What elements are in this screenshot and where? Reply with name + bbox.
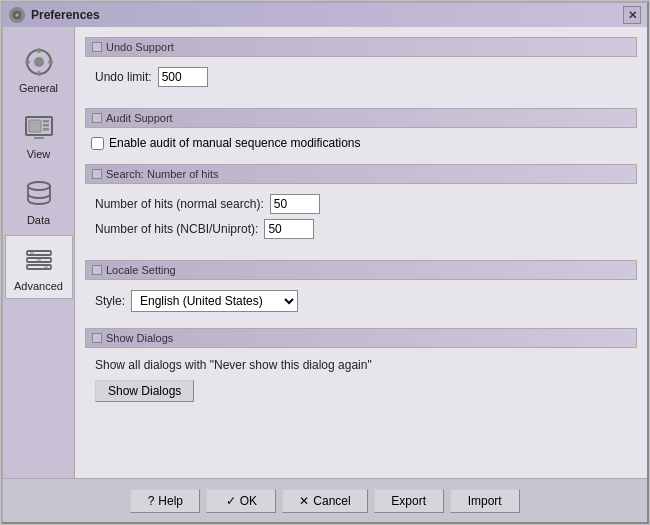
dialogs-header-label: Show Dialogs	[106, 332, 173, 344]
svg-rect-10	[43, 120, 49, 123]
svg-rect-5	[37, 71, 40, 76]
locale-header-label: Locale Setting	[106, 264, 176, 276]
dialogs-section: Show Dialogs Show all dialogs with "Neve…	[85, 328, 637, 406]
svg-rect-18	[30, 253, 34, 254]
content-area: Undo Support Undo limit: Audit Support E…	[75, 27, 647, 478]
ncbi-search-input[interactable]	[264, 219, 314, 239]
show-dialogs-button[interactable]: Show Dialogs	[95, 380, 194, 402]
locale-row: Style: English (United States) English (…	[85, 286, 637, 316]
main-content: General View	[3, 27, 647, 478]
view-icon	[21, 110, 57, 146]
sidebar-item-general[interactable]: General	[5, 37, 73, 101]
sidebar-general-label: General	[19, 82, 58, 94]
sidebar-advanced-label: Advanced	[14, 280, 63, 292]
sidebar-item-advanced[interactable]: Advanced	[5, 235, 73, 299]
ok-button[interactable]: ✓ OK	[206, 489, 276, 513]
help-button[interactable]: ? Help	[130, 489, 200, 513]
audit-checkbox-row: Enable audit of manual sequence modifica…	[85, 134, 637, 152]
audit-section: Audit Support Enable audit of manual seq…	[85, 108, 637, 152]
locale-style-label: Style:	[95, 294, 125, 308]
search-section: Search: Number of hits Number of hits (n…	[85, 164, 637, 248]
undo-limit-row: Undo limit:	[95, 67, 627, 87]
cancel-button[interactable]: ✕ Cancel	[282, 489, 367, 513]
preferences-window: Preferences ✕ General	[1, 1, 649, 524]
window-title: Preferences	[31, 8, 100, 22]
sidebar-data-label: Data	[27, 214, 50, 226]
undo-header: Undo Support	[85, 37, 637, 57]
ok-icon: ✓	[226, 494, 236, 508]
undo-section: Undo Support Undo limit:	[85, 37, 637, 96]
help-icon: ?	[148, 494, 155, 508]
bottom-bar: ? Help ✓ OK ✕ Cancel Export Import	[3, 478, 647, 522]
audit-checkbox-label: Enable audit of manual sequence modifica…	[109, 136, 361, 150]
svg-rect-19	[37, 260, 41, 261]
close-button[interactable]: ✕	[623, 6, 641, 24]
dialogs-header: Show Dialogs	[85, 328, 637, 348]
svg-rect-9	[29, 120, 41, 132]
sidebar-view-label: View	[27, 148, 51, 160]
undo-header-label: Undo Support	[106, 41, 174, 53]
general-icon	[21, 44, 57, 80]
locale-section: Locale Setting Style: English (United St…	[85, 260, 637, 316]
undo-body: Undo limit:	[85, 63, 637, 96]
undo-limit-label: Undo limit:	[95, 70, 152, 84]
cancel-icon: ✕	[299, 494, 309, 508]
locale-header: Locale Setting	[85, 260, 637, 280]
svg-point-1	[16, 14, 19, 17]
import-button[interactable]: Import	[450, 489, 520, 513]
title-bar: Preferences ✕	[3, 3, 647, 27]
normal-search-row: Number of hits (normal search):	[95, 194, 627, 214]
dialogs-description: Show all dialogs with "Never show this d…	[85, 354, 637, 376]
ncbi-search-row: Number of hits (NCBI/Uniprot):	[95, 219, 627, 239]
svg-rect-11	[43, 124, 49, 127]
sidebar-item-data[interactable]: Data	[5, 169, 73, 233]
window-icon	[9, 7, 25, 23]
cancel-label: Cancel	[313, 494, 350, 508]
audit-header-label: Audit Support	[106, 112, 173, 124]
sidebar: General View	[3, 27, 75, 478]
sidebar-item-view[interactable]: View	[5, 103, 73, 167]
svg-point-3	[34, 57, 44, 67]
export-label: Export	[391, 494, 426, 508]
normal-search-label: Number of hits (normal search):	[95, 197, 264, 211]
data-icon	[21, 176, 57, 212]
search-header-label: Search: Number of hits	[106, 168, 219, 180]
export-button[interactable]: Export	[374, 489, 444, 513]
search-body: Number of hits (normal search): Number o…	[85, 190, 637, 248]
svg-rect-6	[25, 61, 30, 64]
normal-search-input[interactable]	[270, 194, 320, 214]
search-header: Search: Number of hits	[85, 164, 637, 184]
svg-rect-7	[48, 61, 53, 64]
svg-rect-13	[34, 137, 44, 139]
ok-label: OK	[240, 494, 257, 508]
svg-rect-20	[44, 267, 48, 268]
locale-select[interactable]: English (United States) English (United …	[131, 290, 298, 312]
svg-point-14	[28, 182, 50, 190]
advanced-icon	[21, 242, 57, 278]
undo-limit-input[interactable]	[158, 67, 208, 87]
audit-checkbox[interactable]	[91, 137, 104, 150]
audit-header: Audit Support	[85, 108, 637, 128]
svg-rect-4	[37, 48, 40, 53]
ncbi-search-label: Number of hits (NCBI/Uniprot):	[95, 222, 258, 236]
help-label: Help	[158, 494, 183, 508]
title-bar-left: Preferences	[9, 7, 100, 23]
import-label: Import	[468, 494, 502, 508]
svg-rect-12	[43, 128, 49, 131]
